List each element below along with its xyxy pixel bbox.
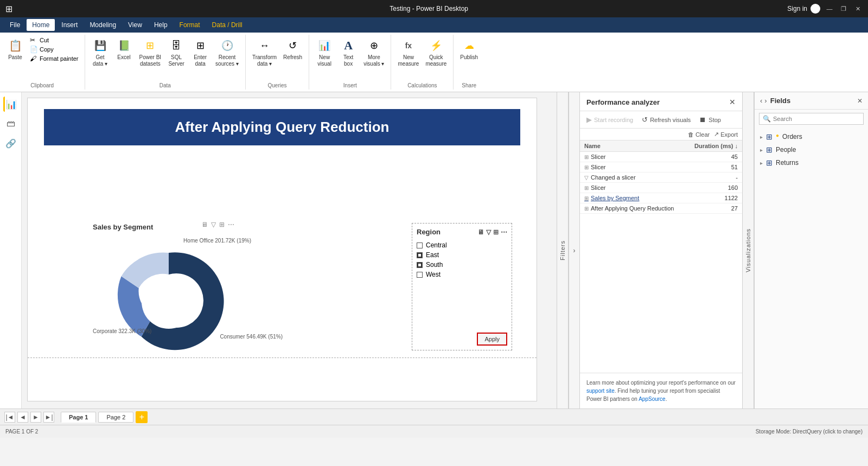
visualizations-panel-tab[interactable]: Visualizations [742, 92, 754, 408]
menu-modeling[interactable]: Modeling [84, 19, 122, 31]
quick-measure-icon: ⚡ [427, 37, 445, 54]
chart-menu-filter[interactable]: ▽ [211, 221, 216, 228]
perf-panel-title: Performance analyzer [586, 98, 660, 106]
start-recording-button[interactable]: ▶ Start recording [584, 114, 635, 125]
slicer-item-central[interactable]: Central [417, 240, 507, 250]
support-site-link[interactable]: support site [586, 388, 615, 394]
slicer-filter-icon[interactable]: ▽ [486, 228, 491, 236]
storage-mode-status[interactable]: Storage Mode: DirectQuery (click to chan… [756, 429, 863, 435]
more-visuals-button[interactable]: ⊕ Morevisuals ▾ [361, 36, 386, 68]
maximize-button[interactable]: ❐ [839, 4, 848, 14]
perf-row-slicer-3[interactable]: ⊞ Slicer 160 [580, 183, 742, 193]
field-people[interactable]: ▸ ⊞ People [755, 143, 868, 156]
field-orders[interactable]: ▸ ⊞ ● Orders [755, 130, 868, 143]
sql-server-button[interactable]: 🗄 SQLServer [165, 36, 187, 68]
add-page-button[interactable]: + [136, 411, 148, 423]
fields-search-box[interactable]: 🔍 [759, 113, 864, 125]
data-view-icon[interactable]: 🗃 [3, 116, 18, 131]
last-page-button[interactable]: ►| [43, 412, 54, 423]
menu-view[interactable]: View [123, 19, 148, 31]
menu-help[interactable]: Help [149, 19, 173, 31]
export-button[interactable]: ↗ Export [714, 131, 738, 138]
apply-button[interactable]: Apply [477, 333, 507, 346]
slicer-item-east[interactable]: East [417, 250, 507, 260]
donut-chart[interactable]: Sales by Segment 🖥 ▽ ⊞ ⋯ [93, 223, 321, 356]
excel-button[interactable]: 📗 Excel [113, 36, 135, 62]
text-box-button[interactable]: A Textbox [337, 36, 359, 68]
export-icon: ↗ [714, 131, 719, 138]
menu-data-drill[interactable]: Data / Drill [207, 19, 248, 31]
perf-row-slicer-2[interactable]: ⊞ Slicer 51 [580, 162, 742, 173]
page1-tab[interactable]: Page 1 [61, 412, 96, 423]
stop-button[interactable]: ⏹ Stop [697, 114, 723, 125]
slicer-title: Region [417, 228, 441, 236]
first-page-button[interactable]: |◄ [4, 412, 15, 423]
appsource-link[interactable]: AppSource [639, 396, 665, 402]
signin-button[interactable]: Sign in [787, 4, 820, 14]
refresh-visuals-button[interactable]: ↺ Refresh visuals [640, 114, 693, 125]
home-office-label: Home Office 201.72K (19%) [183, 238, 251, 244]
power-bi-datasets-button[interactable]: ⊞ Power BIdatasets [137, 36, 164, 68]
perf-panel-collapse[interactable]: › [569, 92, 579, 408]
enter-data-button[interactable]: ⊞ Enterdata [189, 36, 211, 68]
south-checkbox[interactable] [417, 262, 423, 268]
field-returns[interactable]: ▸ ⊞ Returns [755, 156, 868, 169]
copy-button[interactable]: 📄 Copy [28, 45, 80, 54]
titlebar: ⊞ Testing - Power BI Desktop Sign in — ❐… [0, 0, 868, 17]
central-checkbox[interactable] [417, 242, 423, 248]
clear-button[interactable]: 🗑 Clear [688, 131, 710, 138]
new-measure-button[interactable]: fx Newmeasure [395, 36, 421, 68]
slicer-monitor-icon[interactable]: 🖥 [477, 228, 484, 236]
ribbon-group-queries: ↔ Transformdata ▾ ↺ Refresh Queries [246, 35, 309, 90]
perf-close-button[interactable]: ✕ [729, 98, 736, 106]
format-painter-button[interactable]: 🖌 Format painter [28, 54, 80, 63]
chart-menu-monitor[interactable]: 🖥 [201, 221, 208, 228]
get-data-icon: 💾 [92, 37, 109, 54]
menu-file[interactable]: File [4, 19, 25, 31]
perf-row-changed-slicer[interactable]: ▽ Changed a slicer - [580, 173, 742, 183]
quick-measure-button[interactable]: ⚡ Quickmeasure [423, 36, 449, 68]
get-data-button[interactable]: 💾 Getdata ▾ [90, 36, 111, 68]
page2-tab[interactable]: Page 2 [98, 412, 133, 423]
transform-data-button[interactable]: ↔ Transformdata ▾ [250, 36, 279, 68]
publish-button[interactable]: ☁ Publish [458, 36, 480, 62]
perf-panel-header: Performance analyzer ✕ [580, 92, 742, 111]
performance-analyzer-panel: Performance analyzer ✕ ▶ Start recording… [579, 92, 742, 408]
refresh-button[interactable]: ↺ Refresh [281, 36, 304, 62]
east-checkbox[interactable] [417, 252, 423, 258]
minimize-button[interactable]: — [825, 4, 834, 14]
prev-page-button[interactable]: ◄ [17, 412, 28, 423]
menu-format[interactable]: Format [174, 19, 206, 31]
region-slicer[interactable]: Region 🖥 ▽ ⊞ ⋯ Central East [412, 223, 512, 350]
menu-home[interactable]: Home [27, 19, 55, 31]
ribbon-group-clipboard: 📋 Paste ✂ Cut 📄 Copy 🖌 Format painter Cl… [0, 35, 85, 90]
new-visual-button[interactable]: 📊 Newvisual [314, 36, 335, 68]
slicer-item-west[interactable]: West [417, 270, 507, 279]
report-view-icon[interactable]: 📊 [3, 97, 18, 112]
model-view-icon[interactable]: 🔗 [3, 136, 18, 151]
perf-row-query-reduction[interactable]: ⊞ After Applying Query Reduction 27 [580, 203, 742, 214]
next-page-button[interactable]: ► [30, 412, 41, 423]
paste-button[interactable]: 📋 Paste [4, 36, 26, 62]
cut-button[interactable]: ✂ Cut [28, 36, 80, 44]
west-checkbox[interactable] [417, 272, 423, 278]
slicer-expand-icon[interactable]: ⊞ [493, 228, 499, 236]
perf-footer: Learn more about optimizing your report'… [580, 373, 742, 408]
perf-row-slicer-1[interactable]: ⊞ Slicer 45 [580, 152, 742, 162]
recent-sources-button[interactable]: 🕐 Recentsources ▾ [213, 36, 241, 68]
close-button[interactable]: ✕ [853, 4, 863, 14]
chart-menu-expand[interactable]: ⊞ [219, 221, 225, 228]
fields-nav-forward[interactable]: › [764, 97, 767, 105]
slicer-item-south[interactable]: South [417, 260, 507, 270]
orders-label: Orders [782, 133, 802, 141]
perf-table: Name Duration (ms) ↓ ⊞ Slicer 45 ⊞ Slice… [580, 141, 742, 373]
fields-nav-back[interactable]: ‹ [760, 97, 762, 105]
perf-table-header: Name Duration (ms) ↓ [580, 141, 742, 152]
menu-insert[interactable]: Insert [56, 19, 83, 31]
chart-menu-more[interactable]: ⋯ [228, 221, 234, 228]
slicer-more-icon[interactable]: ⋯ [501, 228, 507, 236]
fields-panel-close[interactable]: ✕ [857, 97, 863, 105]
fields-search-input[interactable] [773, 116, 860, 122]
perf-row-sales-segment[interactable]: ⊞ Sales by Segment 1122 [580, 193, 742, 203]
filters-panel-tab[interactable]: Filters [557, 92, 569, 408]
